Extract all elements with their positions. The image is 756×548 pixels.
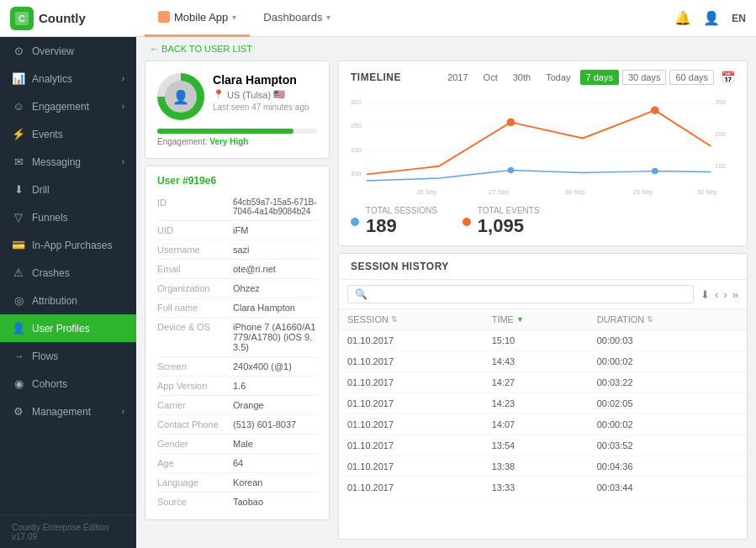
funnels-icon: ▽ [12, 211, 25, 224]
svg-text:27 Sep: 27 Sep [489, 188, 509, 196]
user-field-app-version: App Version1.6 [157, 377, 317, 396]
sidebar-item-flows[interactable]: → Flows [0, 342, 136, 370]
tab-mobile-app[interactable]: Mobile App ▾ [145, 0, 250, 37]
filter-30days[interactable]: 30 days [622, 70, 667, 85]
user-field-contact-phone: Contact Phone(513) 601-8037 [157, 415, 317, 435]
right-panel: TIMELINE 2017 Oct 30th Today 7 days 30 d… [338, 61, 748, 540]
sessions-info: TOTAL SESSIONS 189 [366, 206, 437, 237]
user-field-full-name: Full nameClara Hampton [157, 298, 317, 318]
next-icon[interactable]: › [723, 288, 727, 301]
sidebar-item-management[interactable]: ⚙ Management › [0, 398, 136, 425]
main-layout: ⊙ Overview 📊 Analytics › ☺ Engagement › … [0, 37, 756, 548]
filter-60days[interactable]: 60 days [669, 70, 714, 85]
back-link[interactable]: ← BACK TO USER LIST [150, 44, 252, 54]
session-date: 01.10.2017 [339, 456, 484, 477]
user-profiles-icon: 👤 [12, 322, 25, 335]
sidebar-item-events[interactable]: ⚡ Events [0, 120, 136, 148]
last-icon[interactable]: » [732, 288, 738, 301]
session-time: 14:27 [484, 372, 589, 393]
content-area: ← BACK TO USER LIST 👤 Clara Hampton [136, 37, 756, 548]
table-row[interactable]: 01.10.2017 14:23 00:02:05 [339, 393, 747, 414]
session-history-card: SESSION HISTORY 🔍 ⬇ ‹ › » [338, 253, 748, 540]
table-row[interactable]: 01.10.2017 13:54 00:03:52 [339, 435, 747, 456]
profile-top: 👤 Clara Hampton 📍 US (Tulsa) 🇺🇸 Last see… [157, 73, 317, 120]
sidebar-item-overview[interactable]: ⊙ Overview [0, 37, 136, 65]
table-row[interactable]: 01.10.2017 13:38 00:04:36 [339, 456, 747, 477]
profile-card: 👤 Clara Hampton 📍 US (Tulsa) 🇺🇸 Last see… [145, 61, 330, 159]
user-field-device-&-os: Device & OSiPhone 7 (A1660/A1779/A1780) … [157, 318, 317, 357]
sidebar-item-attribution[interactable]: ◎ Attribution [0, 287, 136, 314]
sidebar-item-in-app-purchases[interactable]: 💳 In-App Purchases [0, 231, 136, 259]
nav-right: 🔔 👤 EN [674, 10, 746, 26]
sidebar-item-analytics[interactable]: 📊 Analytics › [0, 65, 136, 92]
crashes-icon: ⚠ [12, 266, 25, 279]
breadcrumb: ← BACK TO USER LIST [136, 37, 756, 61]
sidebar-item-funnels[interactable]: ▽ Funnels [0, 203, 136, 231]
sessions-label: TOTAL SESSIONS [366, 206, 437, 215]
sidebar-item-messaging[interactable]: ✉ Messaging › [0, 148, 136, 176]
nav-tabs: Mobile App ▾ Dashboards ▾ [145, 0, 674, 37]
session-toolbar: 🔍 ⬇ ‹ › » [339, 280, 747, 309]
events-value: 1,095 [478, 215, 540, 237]
download-icon[interactable]: ⬇ [700, 288, 710, 301]
svg-text:300: 300 [351, 98, 362, 106]
col-time[interactable]: TIME ▼ [484, 309, 589, 330]
attribution-icon: ◎ [12, 294, 25, 307]
sidebar-item-drill[interactable]: ⬇ Drill [0, 176, 136, 203]
session-date: 01.10.2017 [339, 372, 484, 393]
calendar-icon[interactable]: 📅 [721, 71, 735, 84]
logo-icon: C [10, 7, 34, 30]
user-field-carrier: CarrierOrange [157, 396, 317, 415]
sidebar-item-user-profiles[interactable]: 👤 User Profiles [0, 314, 136, 342]
notification-icon[interactable]: 🔔 [674, 10, 691, 26]
filter-oct[interactable]: Oct [478, 70, 504, 85]
language-selector[interactable]: EN [732, 13, 746, 24]
engagement-label: Engagement: Very High [157, 137, 317, 146]
timeline-stats: TOTAL SESSIONS 189 TOTAL EVENTS 1,095 [351, 206, 735, 237]
session-search-input[interactable] [371, 289, 686, 299]
timeline-filters: 2017 Oct 30th Today 7 days 30 days 60 da… [441, 70, 735, 85]
session-duration: 00:00:02 [589, 414, 747, 435]
tab-dashboards[interactable]: Dashboards ▾ [250, 0, 344, 37]
sidebar-item-crashes[interactable]: ⚠ Crashes [0, 259, 136, 287]
session-duration: 00:02:05 [589, 393, 747, 414]
session-date: 01.10.2017 [339, 393, 484, 414]
sidebar-item-engagement[interactable]: ☺ Engagement › [0, 92, 136, 120]
svg-text:C: C [19, 13, 25, 24]
user-field-language: LanguageKorean [157, 473, 317, 493]
chart-area: 300 250 200 100 350 200 100 [351, 92, 735, 201]
filter-today[interactable]: Today [540, 70, 576, 85]
overview-icon: ⊙ [12, 45, 25, 57]
table-row[interactable]: 01.10.2017 13:33 00:03:44 [339, 477, 747, 498]
content-body: 👤 Clara Hampton 📍 US (Tulsa) 🇺🇸 Last see… [136, 61, 756, 548]
svg-text:250: 250 [351, 122, 362, 129]
filter-7days[interactable]: 7 days [580, 70, 619, 85]
session-time: 14:43 [484, 351, 589, 372]
filter-2017[interactable]: 2017 [441, 70, 473, 85]
prev-icon[interactable]: ‹ [715, 288, 718, 301]
sidebar-item-cohorts[interactable]: ◉ Cohorts [0, 370, 136, 398]
session-table: SESSION ⇅ TIME ▼ DURATION ⇅ [339, 309, 747, 539]
mobile-app-icon [158, 11, 170, 23]
user-icon[interactable]: 👤 [703, 10, 720, 26]
session-duration: 00:00:03 [589, 330, 747, 351]
table-row[interactable]: 01.10.2017 14:27 00:03:22 [339, 372, 747, 393]
management-icon: ⚙ [12, 405, 25, 418]
table-row[interactable]: 01.10.2017 14:43 00:00:02 [339, 351, 747, 372]
col-session[interactable]: SESSION ⇅ [339, 309, 484, 330]
avatar-initials: 👤 [165, 81, 197, 113]
filter-30th[interactable]: 30th [507, 70, 537, 85]
arrow-icon: › [122, 74, 124, 83]
svg-text:29 Sep: 29 Sep [632, 188, 653, 196]
user-field-age: Age64 [157, 454, 317, 473]
session-date: 01.10.2017 [339, 414, 484, 435]
table-row[interactable]: 01.10.2017 15:10 00:00:03 [339, 330, 747, 351]
timeline-title: TIMELINE [351, 71, 441, 83]
table-row[interactable]: 01.10.2017 14:07 00:00:02 [339, 414, 747, 435]
col-duration[interactable]: DURATION ⇅ [589, 309, 747, 330]
session-time: 14:07 [484, 414, 589, 435]
sidebar: ⊙ Overview 📊 Analytics › ☺ Engagement › … [0, 37, 136, 548]
arrow-icon: › [122, 157, 124, 166]
user-field-screen: Screen240x400 (@1) [157, 357, 317, 377]
user-id-title: User #919e6 [157, 175, 317, 187]
